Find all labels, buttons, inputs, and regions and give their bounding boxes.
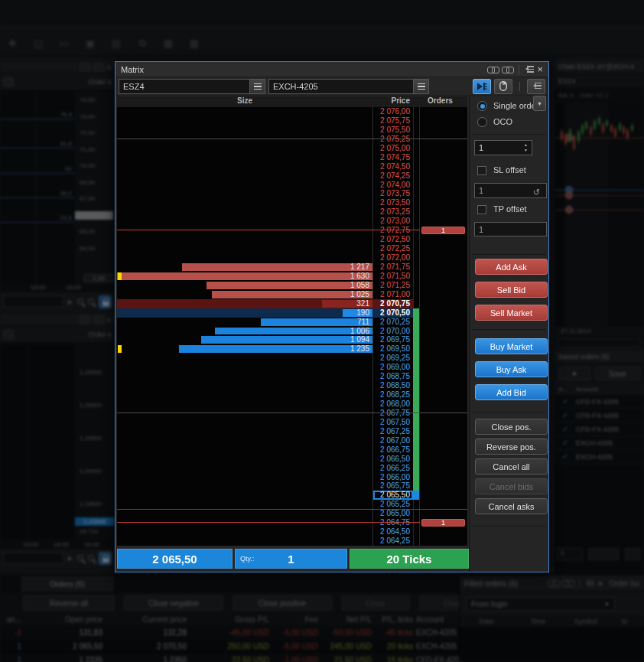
order-badge[interactable]: 1 bbox=[421, 227, 465, 234]
size-cell[interactable] bbox=[117, 527, 372, 536]
orders-cell[interactable] bbox=[419, 126, 467, 135]
price-cell[interactable]: 2 075,00 bbox=[372, 144, 413, 153]
size-cell[interactable] bbox=[117, 381, 372, 390]
orders-cell[interactable] bbox=[419, 153, 467, 162]
price-cell[interactable]: 2 068,75 bbox=[372, 372, 413, 381]
size-cell[interactable] bbox=[117, 418, 372, 427]
price-cell[interactable]: 2 072,00 bbox=[372, 253, 413, 263]
price-cell[interactable]: 2 069,50 bbox=[372, 344, 413, 354]
radio-oco[interactable] bbox=[477, 117, 487, 127]
size-cell[interactable] bbox=[117, 445, 372, 455]
price-cell[interactable]: 2 064,50 bbox=[372, 527, 413, 536]
size-cell[interactable]: 1 006 bbox=[117, 327, 372, 336]
orders-cell[interactable] bbox=[419, 171, 467, 181]
price-cell[interactable]: 2 069,25 bbox=[372, 354, 413, 363]
sl-offset-row[interactable]: SL offset bbox=[470, 166, 548, 177]
sell-bid-button[interactable]: Sell Bid bbox=[475, 282, 548, 298]
cancel-all-button[interactable]: Cancel all bbox=[475, 458, 548, 474]
size-cell[interactable]: 1 235 bbox=[117, 344, 372, 354]
orders-cell[interactable] bbox=[419, 299, 467, 308]
quantity-input[interactable]: 1 ▲▼ bbox=[474, 140, 532, 155]
account-list-button[interactable] bbox=[413, 79, 429, 94]
orders-cell[interactable] bbox=[419, 363, 467, 372]
size-cell[interactable] bbox=[117, 509, 372, 518]
price-cell[interactable]: 2 068,25 bbox=[372, 390, 413, 399]
size-cell[interactable] bbox=[117, 500, 372, 509]
orders-cell[interactable] bbox=[419, 354, 467, 363]
price-cell[interactable]: 2 072,50 bbox=[372, 235, 413, 244]
price-cell[interactable]: 2 065,50 bbox=[372, 491, 413, 500]
orders-cell[interactable] bbox=[419, 399, 467, 409]
size-cell[interactable] bbox=[117, 372, 372, 381]
orders-cell[interactable]: 1 bbox=[419, 518, 467, 527]
cancel-asks-button[interactable]: Cancel asks bbox=[475, 498, 548, 514]
sl-offset-checkbox[interactable] bbox=[477, 166, 486, 175]
orders-cell[interactable] bbox=[419, 427, 467, 436]
oco-option[interactable]: OCO bbox=[470, 116, 548, 129]
price-cell[interactable]: 2 070,00 bbox=[372, 327, 413, 336]
symbol-combo[interactable]: ESZ4 bbox=[119, 79, 265, 94]
orders-cell[interactable] bbox=[419, 198, 467, 207]
price-cell[interactable]: 2 074,50 bbox=[372, 162, 413, 171]
price-cell[interactable]: 2 064,25 bbox=[372, 536, 413, 546]
orders-cell[interactable] bbox=[419, 181, 467, 190]
price-cell[interactable]: 2 074,75 bbox=[372, 153, 413, 162]
tp-offset-checkbox[interactable] bbox=[477, 205, 486, 214]
account-combo[interactable]: EXCH-4205 bbox=[268, 79, 429, 94]
size-cell[interactable]: 1 630 bbox=[117, 272, 372, 281]
orders-cell[interactable] bbox=[419, 536, 467, 546]
order-badge[interactable]: 1 bbox=[421, 519, 465, 527]
price-cell[interactable]: 2 066,25 bbox=[372, 464, 413, 473]
price-cell[interactable]: 2 070,75 bbox=[372, 299, 413, 308]
orders-cell[interactable] bbox=[419, 207, 467, 217]
size-cell[interactable] bbox=[117, 198, 372, 207]
price-cell[interactable]: 2 075,50 bbox=[372, 126, 413, 135]
buy-market-button[interactable]: Buy Market bbox=[475, 338, 548, 354]
size-cell[interactable] bbox=[117, 473, 372, 482]
price-cell[interactable]: 2 066,75 bbox=[372, 445, 413, 455]
price-cell[interactable]: 2 067,50 bbox=[372, 418, 413, 427]
size-cell[interactable] bbox=[117, 107, 372, 116]
close-pos-button[interactable]: Close pos. bbox=[475, 419, 548, 435]
size-cell[interactable] bbox=[117, 181, 372, 190]
orders-cell[interactable] bbox=[419, 445, 467, 455]
orders-cell[interactable] bbox=[419, 318, 467, 327]
size-cell[interactable] bbox=[117, 491, 372, 500]
price-cell[interactable]: 2 069,00 bbox=[372, 363, 413, 372]
orders-cell[interactable] bbox=[419, 244, 467, 253]
add-bid-button[interactable]: Add Bid bbox=[475, 384, 548, 400]
panel-settings-button[interactable] bbox=[527, 79, 545, 94]
orders-cell[interactable] bbox=[419, 455, 467, 464]
price-cell[interactable]: 2 068,00 bbox=[372, 399, 413, 409]
tp-offset-input[interactable]: 1 bbox=[474, 222, 547, 236]
buy-ask-button[interactable]: Buy Ask bbox=[475, 361, 548, 377]
orders-cell[interactable] bbox=[419, 500, 467, 509]
size-cell[interactable] bbox=[117, 235, 372, 244]
size-cell[interactable] bbox=[117, 126, 372, 135]
radio-single-order[interactable] bbox=[477, 101, 487, 111]
size-cell[interactable] bbox=[117, 455, 372, 464]
orders-cell[interactable] bbox=[419, 381, 467, 390]
size-cell[interactable] bbox=[117, 427, 372, 436]
size-cell[interactable] bbox=[117, 354, 372, 363]
size-cell[interactable] bbox=[117, 253, 372, 263]
size-cell[interactable]: 1 025 bbox=[117, 290, 372, 299]
price-cell[interactable]: 2 073,00 bbox=[372, 217, 413, 226]
mouse-trading-button[interactable] bbox=[494, 79, 512, 94]
orders-cell[interactable] bbox=[419, 509, 467, 518]
price-cell[interactable]: 2 065,75 bbox=[372, 481, 413, 491]
orders-cell[interactable] bbox=[419, 372, 467, 381]
orders-cell[interactable] bbox=[419, 464, 467, 473]
price-cell[interactable]: 2 072,25 bbox=[372, 244, 413, 253]
price-cell[interactable]: 2 065,25 bbox=[372, 500, 413, 509]
reverse-pos-button[interactable]: Reverse pos. bbox=[475, 439, 548, 455]
price-cell[interactable]: 2 071,50 bbox=[372, 272, 413, 281]
size-cell[interactable]: 1 058 bbox=[117, 281, 372, 290]
price-cell[interactable]: 2 071,75 bbox=[372, 263, 413, 272]
price-cell[interactable]: 2 073,50 bbox=[372, 198, 413, 207]
size-cell[interactable] bbox=[117, 436, 372, 445]
dock-icon[interactable] bbox=[523, 66, 534, 73]
orders-cell[interactable]: 1 bbox=[419, 226, 467, 235]
orders-cell[interactable] bbox=[419, 189, 467, 198]
sl-offset-input[interactable]: 1 ↺ bbox=[474, 183, 547, 198]
